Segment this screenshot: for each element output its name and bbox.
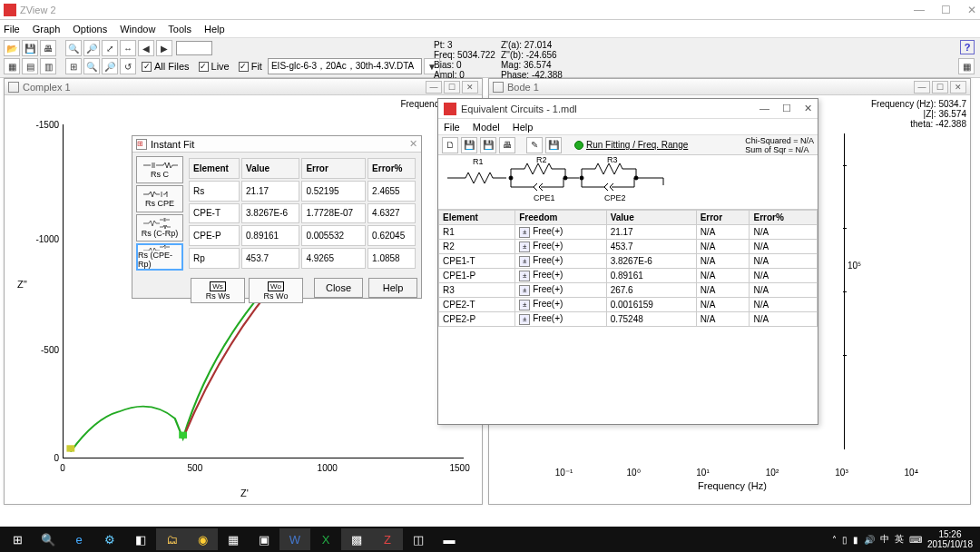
minimize-button[interactable]: — [914, 4, 925, 16]
fit-rscrp-button[interactable]: Rs (C-Rp) [136, 214, 183, 242]
tool-zoomin-icon[interactable]: 🔍 [65, 40, 82, 56]
menu-file[interactable]: File [4, 24, 20, 34]
tool-grid-icon[interactable]: ▦ [4, 58, 20, 74]
eq-close-button[interactable]: ✕ [804, 103, 812, 114]
tray-lang2[interactable]: 英 [895, 533, 904, 546]
settings-icon[interactable]: ⚙ [94, 528, 125, 550]
complex-close-button[interactable]: ✕ [462, 81, 478, 94]
eq-run-button[interactable]: Run Fitting / Freq. Range [574, 140, 688, 150]
menu-tools[interactable]: Tools [168, 24, 191, 34]
freedom-toggle[interactable]: ± [519, 256, 530, 267]
fit-rsc-button[interactable]: Rs C [136, 156, 183, 183]
tool-open-icon[interactable]: 📂 [4, 40, 20, 56]
menu-graph[interactable]: Graph [33, 24, 61, 34]
app6-icon[interactable]: ▬ [434, 528, 465, 550]
search-icon[interactable]: 🔍 [33, 528, 64, 550]
tool-save-icon[interactable]: 💾 [22, 40, 38, 56]
menu-options[interactable]: Options [73, 24, 107, 34]
eq-menu-file[interactable]: File [444, 122, 460, 133]
instant-fit-titlebar[interactable]: ⊞ Instant Fit ✕ [132, 136, 421, 153]
freedom-toggle[interactable]: ± [519, 314, 530, 325]
fit-rswo-button[interactable]: WoRs Wo [249, 278, 303, 303]
instant-fit-help-button[interactable]: Help [368, 278, 417, 298]
eq-copy-icon[interactable]: 💾 [545, 137, 562, 153]
svg-text:R3: R3 [607, 155, 618, 164]
complex-max-button[interactable]: ☐ [444, 81, 460, 94]
freedom-toggle[interactable]: ± [519, 300, 530, 310]
eq-menu-model[interactable]: Model [473, 122, 500, 133]
tool-grid3-icon[interactable]: ▥ [40, 58, 56, 74]
check-allfiles[interactable]: ✓All Files [142, 61, 190, 72]
tray-clock[interactable]: 15:26 2015/10/18 [927, 529, 973, 549]
tray-lang1[interactable]: 中 [880, 533, 889, 546]
app2-icon[interactable]: ◉ [187, 528, 218, 550]
fit-rsws-button[interactable]: WsRs Ws [191, 278, 245, 303]
freedom-toggle[interactable]: ± [519, 242, 530, 252]
eq-min-button[interactable]: — [760, 103, 769, 114]
tool-arrow2-icon[interactable]: ▶ [156, 40, 172, 56]
tray-kb-icon[interactable]: ⌨ [909, 535, 922, 545]
tool-dropdown[interactable] [176, 41, 212, 55]
eq-toolbar: 🗋 💾 💾 🖶 ✎ 💾 Run Fitting / Freq. Range Ch… [438, 135, 818, 155]
zview-icon[interactable]: Z [372, 528, 403, 550]
tool-fit-icon[interactable]: ⊞ [65, 58, 82, 74]
tray-up-icon[interactable]: ˄ [832, 535, 837, 545]
bode-titlebar[interactable]: Bode 1 — ☐ ✕ [489, 79, 970, 95]
eq-edit-icon[interactable]: ✎ [526, 137, 543, 153]
check-live[interactable]: ✓Live [199, 61, 230, 72]
app4-icon[interactable]: ▩ [341, 528, 372, 550]
ie-icon[interactable]: e [64, 528, 94, 550]
instant-fit-close-icon[interactable]: ✕ [409, 138, 417, 150]
app5-icon[interactable]: ◫ [403, 528, 434, 550]
eq-save-icon[interactable]: 💾 [480, 137, 496, 153]
eq-menu-help[interactable]: Help [513, 122, 534, 133]
fit-rscpe-button[interactable]: Rs CPE [136, 185, 183, 212]
eq-circuit-diagram[interactable]: R1 R2 CPE1 R3 CPE2 [438, 155, 818, 210]
freedom-toggle[interactable]: ± [519, 285, 530, 296]
tool-extra-icon[interactable]: ▦ [958, 58, 975, 74]
tool-zoomout-icon[interactable]: 🔎 [83, 40, 100, 56]
tray-net-icon[interactable]: ▮ [853, 535, 858, 545]
complex-titlebar[interactable]: Complex 1 — ☐ ✕ [5, 79, 482, 95]
system-tray[interactable]: ˄ ▯ ▮ 🔊 中 英 ⌨ 15:26 2015/10/18 [832, 529, 978, 549]
file-dropdown[interactable]: EIS-glc-6-3，20Ac，30th-4.3V.DTA [268, 58, 422, 74]
tray-icon[interactable]: ▯ [842, 535, 848, 545]
excel-icon[interactable]: X [310, 528, 341, 550]
bode-close-button[interactable]: ✕ [950, 81, 966, 94]
tool-arrow-icon[interactable]: ◀ [138, 40, 154, 56]
calc-icon[interactable]: ▦ [218, 528, 249, 550]
eq-new-icon[interactable]: 🗋 [442, 137, 458, 153]
eq-max-button[interactable]: ☐ [782, 103, 791, 114]
main-toolbar: 📂 💾 🖶 🔍 🔎 ⤢ ↔ ◀ ▶ ▦ ▤ ▥ ⊞ 🔍 🔎 ↺ ✓All Fil… [0, 38, 980, 78]
freedom-toggle[interactable]: ± [519, 227, 530, 238]
tray-vol-icon[interactable]: 🔊 [864, 535, 875, 545]
close-button[interactable]: ✕ [967, 4, 976, 16]
menu-window[interactable]: Window [120, 24, 155, 34]
check-fit[interactable]: ✓Fit [239, 61, 262, 72]
svg-text:CPE1: CPE1 [534, 193, 555, 202]
app3-icon[interactable]: ▣ [249, 528, 279, 550]
explorer-icon[interactable]: 🗂 [156, 528, 187, 550]
tool-reset-icon[interactable]: ↺ [120, 58, 136, 74]
eq-open-icon[interactable]: 💾 [461, 137, 477, 153]
menu-help[interactable]: Help [204, 24, 225, 34]
complex-min-button[interactable]: — [426, 81, 442, 94]
tool-print-icon[interactable]: 🖶 [40, 40, 56, 56]
maximize-button[interactable]: ☐ [941, 4, 951, 16]
eq-print-icon[interactable]: 🖶 [499, 137, 515, 153]
tool-cursor-icon[interactable]: ↔ [120, 40, 136, 56]
tool-zoom2-icon[interactable]: 🔍 [83, 58, 100, 74]
help-button[interactable]: ? [960, 40, 975, 54]
tool-zoom3-icon[interactable]: 🔎 [102, 58, 118, 74]
tool-zoom-icon[interactable]: ⤢ [102, 40, 118, 56]
word-icon[interactable]: W [279, 528, 310, 550]
tool-grid2-icon[interactable]: ▤ [22, 58, 38, 74]
bode-max-button[interactable]: ☐ [932, 81, 948, 94]
fit-rscperp-button[interactable]: Rs (CPE-Rp) [136, 243, 183, 271]
app1-icon[interactable]: ◧ [125, 528, 156, 550]
freedom-toggle[interactable]: ± [519, 271, 530, 281]
eq-titlebar[interactable]: Equivalent Circuits - 1.mdl — ☐ ✕ [438, 99, 818, 119]
start-button[interactable]: ⊞ [2, 528, 33, 550]
bode-min-button[interactable]: — [914, 81, 930, 94]
instant-fit-close-button[interactable]: Close [314, 278, 363, 298]
